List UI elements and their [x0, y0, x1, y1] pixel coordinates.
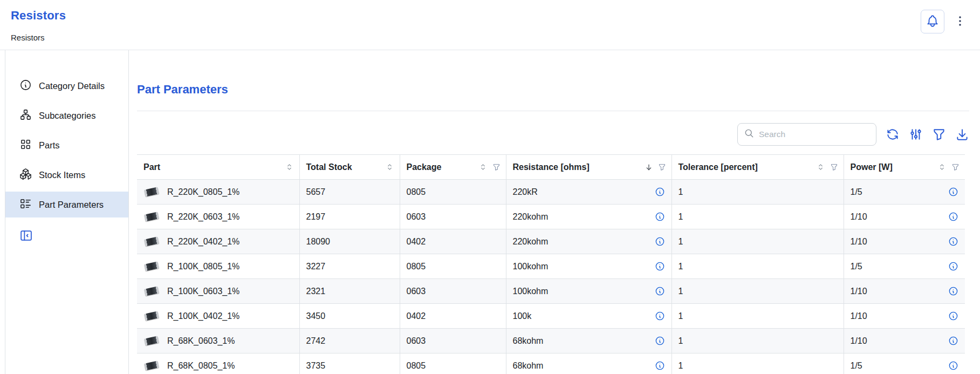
column-filter-icon[interactable]: [951, 163, 960, 171]
resistance-info-button[interactable]: [655, 336, 665, 346]
sidebar-collapse-button[interactable]: [19, 229, 33, 244]
column-filter-icon[interactable]: [830, 163, 838, 171]
tolerance-value: 1: [679, 212, 683, 222]
column-header-power[interactable]: Power [W]: [844, 155, 965, 180]
power-value: 1/10: [851, 311, 867, 321]
refresh-icon: [886, 135, 900, 143]
sidebar-collapse-icon: [19, 236, 33, 244]
overflow-menu-button[interactable]: [953, 10, 967, 33]
resistance-value: 220kR: [513, 187, 538, 197]
info-icon: [655, 361, 665, 371]
power-value: 1/10: [851, 287, 867, 296]
column-header-resistance[interactable]: Resistance [ohms]: [506, 155, 671, 180]
package-value: 0805: [407, 262, 426, 271]
part-thumbnail: [143, 285, 160, 298]
dots-vertical-icon: [954, 15, 967, 29]
resistance-info-button[interactable]: [655, 361, 665, 371]
search-input[interactable]: [759, 130, 870, 139]
content-area: Category Details Subcategories Parts: [5, 50, 980, 374]
topbar: Resistors Resistors: [0, 0, 980, 50]
part-thumbnail: [143, 359, 160, 372]
table-row[interactable]: R_220K_0805_1% 5657 0805 220kR 1 1/5: [137, 180, 965, 205]
download-icon: [955, 135, 969, 143]
column-header-tolerance[interactable]: Tolerance [percent]: [671, 155, 844, 180]
part-name: R_100K_0603_1%: [167, 287, 239, 296]
table-row[interactable]: R_220K_0603_1% 2197 0603 220kohm 1 1/10: [137, 205, 965, 229]
tolerance-value: 1: [679, 237, 683, 247]
resistance-info-button[interactable]: [655, 311, 665, 321]
power-info-button[interactable]: [948, 261, 958, 271]
sort-icon[interactable]: [385, 162, 394, 172]
power-value: 1/10: [851, 237, 867, 247]
column-filter-icon[interactable]: [492, 163, 501, 171]
column-header-part[interactable]: Part: [137, 155, 299, 180]
table-row[interactable]: R_100K_0402_1% 3450 0402 100k 1 1/10: [137, 304, 965, 329]
search-box: [737, 123, 876, 146]
search-icon: [744, 128, 755, 141]
download-button[interactable]: [955, 127, 969, 141]
part-name: R_220K_0805_1%: [167, 187, 239, 197]
table-row[interactable]: R_220K_0402_1% 18090 0402 220kohm 1 1/10: [137, 229, 965, 254]
resistance-info-button[interactable]: [655, 286, 665, 296]
resistance-info-button[interactable]: [655, 236, 665, 247]
power-info-button[interactable]: [948, 336, 958, 346]
sidebar-item-stock-items[interactable]: Stock Items: [5, 162, 128, 188]
notifications-button[interactable]: [921, 10, 944, 33]
table-options-button[interactable]: [909, 127, 923, 141]
sidebar-item-subcategories[interactable]: Subcategories: [5, 103, 128, 128]
info-icon: [948, 286, 958, 296]
info-icon: [948, 187, 958, 197]
sort-icon[interactable]: [285, 162, 294, 172]
sort-descending-icon[interactable]: [645, 163, 653, 172]
power-info-button[interactable]: [948, 361, 958, 371]
power-info-button[interactable]: [948, 286, 958, 296]
info-icon: [948, 336, 958, 346]
table-row[interactable]: R_68K_0603_1% 2742 0603 68kohm 1 1/10: [137, 329, 965, 353]
packages-icon: [19, 168, 32, 182]
part-thumbnail: [143, 335, 160, 348]
breadcrumb[interactable]: Resistors: [11, 33, 66, 42]
power-info-button[interactable]: [948, 311, 958, 321]
sidebar-item-part-parameters[interactable]: Part Parameters: [5, 192, 128, 217]
refresh-button[interactable]: [886, 127, 900, 141]
info-icon: [948, 361, 958, 371]
column-header-total-stock[interactable]: Total Stock: [299, 155, 400, 180]
part-thumbnail: [143, 235, 160, 248]
part-thumbnail: [143, 260, 160, 273]
package-value: 0603: [407, 212, 426, 222]
sidebar-item-label: Part Parameters: [39, 200, 104, 210]
column-label: Total Stock: [306, 162, 352, 172]
table-row[interactable]: R_100K_0805_1% 3227 0805 100kohm 1 1/5: [137, 254, 965, 279]
column-header-package[interactable]: Package: [400, 155, 506, 180]
sort-icon[interactable]: [816, 162, 825, 172]
part-name: R_220K_0402_1%: [167, 237, 239, 247]
sidebar-item-parts[interactable]: Parts: [5, 132, 128, 158]
power-info-button[interactable]: [948, 187, 958, 197]
part-name: R_100K_0402_1%: [167, 311, 239, 321]
sort-icon[interactable]: [937, 162, 947, 172]
resistance-value: 220kohm: [513, 237, 549, 247]
part-name: R_68K_0805_1%: [167, 361, 235, 371]
sidebar-item-label: Stock Items: [39, 170, 85, 180]
sidebar-item-category-details[interactable]: Category Details: [5, 73, 128, 99]
info-icon: [948, 261, 958, 271]
adjustments-icon: [909, 135, 923, 143]
power-value: 1/5: [851, 262, 862, 271]
resistance-info-button[interactable]: [655, 261, 665, 271]
total-stock-value: 3450: [306, 311, 326, 321]
power-value: 1/5: [851, 361, 862, 371]
filter-icon: [932, 135, 946, 143]
part-name: R_100K_0805_1%: [167, 262, 239, 271]
resistance-info-button[interactable]: [655, 187, 665, 197]
filter-button[interactable]: [932, 127, 946, 141]
table-row[interactable]: R_68K_0805_1% 3735 0805 68kohm 1 1/5: [137, 353, 965, 374]
info-icon: [948, 236, 958, 247]
column-filter-icon[interactable]: [658, 163, 666, 171]
info-icon: [655, 261, 665, 271]
power-info-button[interactable]: [948, 212, 958, 222]
resistance-info-button[interactable]: [655, 212, 665, 222]
total-stock-value: 2742: [306, 336, 326, 346]
sort-icon[interactable]: [478, 162, 488, 172]
table-row[interactable]: R_100K_0603_1% 2321 0603 100kohm 1 1/10: [137, 279, 965, 304]
power-info-button[interactable]: [948, 236, 958, 247]
